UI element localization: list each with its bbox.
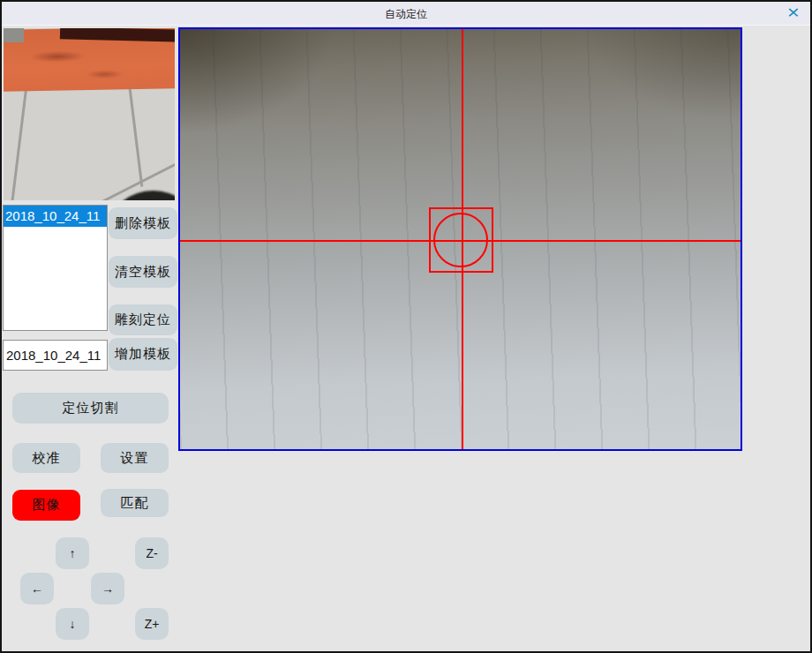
jog-right-button[interactable]: → bbox=[91, 573, 124, 604]
settings-button[interactable]: 设置 bbox=[101, 443, 169, 473]
clear-templates-button[interactable]: 清空模板 bbox=[109, 256, 177, 288]
thumb-gray-patch bbox=[4, 28, 24, 42]
tile-grout-line bbox=[128, 81, 144, 186]
locate-cut-button[interactable]: 定位切割 bbox=[12, 393, 169, 424]
calibrate-button[interactable]: 校准 bbox=[12, 443, 80, 473]
jog-z-minus-button[interactable]: Z- bbox=[135, 537, 169, 569]
list-item[interactable]: 2018_10_24_11 bbox=[4, 206, 107, 227]
tile-grout-line bbox=[10, 83, 28, 200]
camera-view bbox=[178, 27, 742, 451]
match-button[interactable]: 匹配 bbox=[101, 489, 169, 517]
engrave-locate-button[interactable]: 雕刻定位 bbox=[109, 304, 177, 335]
jog-up-button[interactable]: ↑ bbox=[56, 537, 89, 569]
template-list[interactable]: 2018_10_24_11 bbox=[3, 205, 108, 331]
auto-locate-dialog: 自动定位 ✕ 2018_10_24_11 删除模板 清空模板 雕刻定位 增加模板… bbox=[0, 0, 812, 653]
image-button[interactable]: 图像 bbox=[12, 490, 80, 521]
add-template-button[interactable]: 增加模板 bbox=[109, 338, 177, 371]
title-bar: 自动定位 ✕ bbox=[2, 2, 810, 26]
delete-template-button[interactable]: 删除模板 bbox=[109, 207, 177, 239]
jog-z-plus-button[interactable]: Z+ bbox=[135, 608, 169, 640]
roi-circle bbox=[433, 213, 488, 267]
dialog-title: 自动定位 bbox=[2, 7, 810, 22]
template-name-input[interactable] bbox=[3, 340, 108, 371]
jog-down-button[interactable]: ↓ bbox=[56, 608, 89, 640]
jog-left-button[interactable]: ← bbox=[20, 573, 54, 604]
close-icon[interactable]: ✕ bbox=[782, 4, 804, 22]
template-thumbnail bbox=[4, 28, 175, 200]
